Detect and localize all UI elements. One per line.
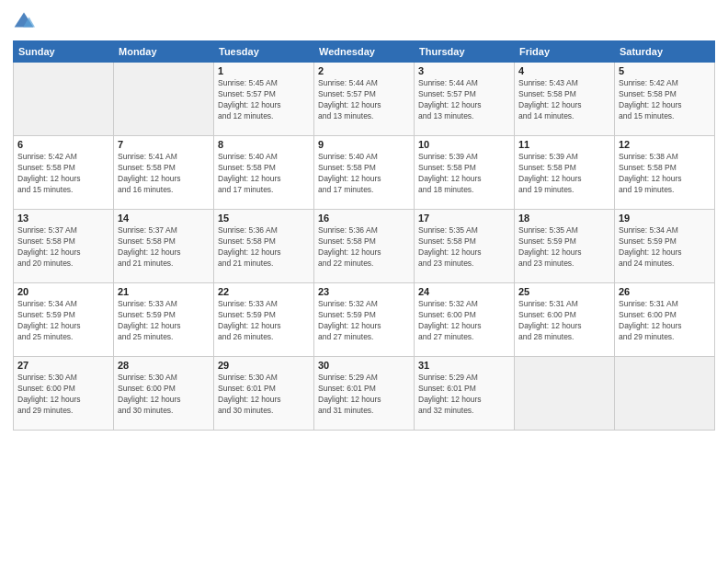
day-number: 29 (218, 360, 310, 371)
calendar-day-cell: 9Sunrise: 5:40 AMSunset: 5:58 PMDaylight… (314, 136, 415, 210)
day-number: 10 (418, 139, 510, 150)
day-number: 18 (518, 213, 610, 224)
day-detail: Sunrise: 5:44 AMSunset: 5:57 PMDaylight:… (418, 78, 510, 122)
day-number: 8 (218, 139, 310, 150)
calendar-day-cell: 16Sunrise: 5:36 AMSunset: 5:58 PMDayligh… (314, 210, 415, 283)
day-number: 31 (418, 360, 510, 371)
calendar-day-cell: 27Sunrise: 5:30 AMSunset: 6:00 PMDayligh… (14, 357, 114, 431)
page: SundayMondayTuesdayWednesdayThursdayFrid… (0, 0, 728, 563)
calendar-day-cell: 4Sunrise: 5:43 AMSunset: 5:58 PMDaylight… (515, 63, 615, 136)
calendar-day-cell: 26Sunrise: 5:31 AMSunset: 6:00 PMDayligh… (615, 283, 715, 357)
calendar-day-cell (515, 357, 615, 431)
calendar-day-cell: 13Sunrise: 5:37 AMSunset: 5:58 PMDayligh… (14, 210, 114, 283)
calendar-day-cell: 15Sunrise: 5:36 AMSunset: 5:58 PMDayligh… (214, 210, 314, 283)
day-detail: Sunrise: 5:32 AMSunset: 6:00 PMDaylight:… (418, 299, 510, 343)
calendar-week-row: 1Sunrise: 5:45 AMSunset: 5:57 PMDaylight… (14, 63, 715, 136)
day-detail: Sunrise: 5:33 AMSunset: 5:59 PMDaylight:… (118, 299, 210, 343)
day-detail: Sunrise: 5:43 AMSunset: 5:58 PMDaylight:… (518, 78, 610, 122)
day-number: 25 (518, 286, 610, 297)
calendar-day-cell: 5Sunrise: 5:42 AMSunset: 5:58 PMDaylight… (615, 63, 715, 136)
day-number: 13 (17, 213, 109, 224)
day-detail: Sunrise: 5:40 AMSunset: 5:58 PMDaylight:… (218, 152, 310, 196)
day-number: 22 (218, 286, 310, 297)
day-number: 4 (518, 65, 610, 76)
day-detail: Sunrise: 5:36 AMSunset: 5:58 PMDaylight:… (218, 225, 310, 270)
weekday-header-cell: Monday (114, 41, 214, 63)
weekday-header: SundayMondayTuesdayWednesdayThursdayFrid… (14, 41, 715, 63)
calendar-week-row: 6Sunrise: 5:42 AMSunset: 5:58 PMDaylight… (14, 136, 715, 210)
day-number: 20 (17, 286, 109, 297)
calendar-day-cell: 10Sunrise: 5:39 AMSunset: 5:58 PMDayligh… (415, 136, 515, 210)
day-number: 27 (17, 360, 109, 371)
day-detail: Sunrise: 5:39 AMSunset: 5:58 PMDaylight:… (518, 152, 610, 196)
day-detail: Sunrise: 5:32 AMSunset: 5:59 PMDaylight:… (318, 299, 410, 343)
weekday-header-cell: Sunday (14, 41, 114, 63)
day-number: 5 (619, 65, 711, 76)
calendar-week-row: 27Sunrise: 5:30 AMSunset: 6:00 PMDayligh… (14, 357, 715, 431)
calendar-week-row: 20Sunrise: 5:34 AMSunset: 5:59 PMDayligh… (14, 283, 715, 357)
day-number: 1 (218, 65, 310, 76)
weekday-header-cell: Wednesday (314, 41, 415, 63)
calendar-day-cell (615, 357, 715, 431)
calendar-day-cell: 31Sunrise: 5:29 AMSunset: 6:01 PMDayligh… (415, 357, 515, 431)
day-detail: Sunrise: 5:30 AMSunset: 6:00 PMDaylight:… (118, 373, 210, 417)
day-number: 9 (318, 139, 410, 150)
calendar-day-cell: 18Sunrise: 5:35 AMSunset: 5:59 PMDayligh… (515, 210, 615, 283)
calendar-day-cell: 7Sunrise: 5:41 AMSunset: 5:58 PMDaylight… (114, 136, 214, 210)
calendar-day-cell: 25Sunrise: 5:31 AMSunset: 6:00 PMDayligh… (515, 283, 615, 357)
day-number: 30 (318, 360, 410, 371)
day-detail: Sunrise: 5:29 AMSunset: 6:01 PMDaylight:… (318, 373, 410, 417)
day-number: 2 (318, 65, 410, 76)
day-number: 6 (17, 139, 109, 150)
calendar-day-cell: 21Sunrise: 5:33 AMSunset: 5:59 PMDayligh… (114, 283, 214, 357)
day-detail: Sunrise: 5:29 AMSunset: 6:01 PMDaylight:… (418, 373, 510, 417)
day-detail: Sunrise: 5:42 AMSunset: 5:58 PMDaylight:… (619, 78, 711, 122)
weekday-header-cell: Saturday (615, 41, 715, 63)
calendar-day-cell: 24Sunrise: 5:32 AMSunset: 6:00 PMDayligh… (415, 283, 515, 357)
day-detail: Sunrise: 5:34 AMSunset: 5:59 PMDaylight:… (17, 299, 109, 343)
calendar-day-cell: 1Sunrise: 5:45 AMSunset: 5:57 PMDaylight… (214, 63, 314, 136)
calendar-day-cell: 12Sunrise: 5:38 AMSunset: 5:58 PMDayligh… (615, 136, 715, 210)
day-number: 7 (118, 139, 210, 150)
day-detail: Sunrise: 5:37 AMSunset: 5:58 PMDaylight:… (17, 225, 109, 270)
calendar-day-cell: 8Sunrise: 5:40 AMSunset: 5:58 PMDaylight… (214, 136, 314, 210)
weekday-header-cell: Friday (515, 41, 615, 63)
day-detail: Sunrise: 5:39 AMSunset: 5:58 PMDaylight:… (418, 152, 510, 196)
calendar-day-cell: 23Sunrise: 5:32 AMSunset: 5:59 PMDayligh… (314, 283, 415, 357)
day-detail: Sunrise: 5:40 AMSunset: 5:58 PMDaylight:… (318, 152, 410, 196)
day-detail: Sunrise: 5:30 AMSunset: 6:01 PMDaylight:… (218, 373, 310, 417)
day-number: 15 (218, 213, 310, 224)
calendar-body: 1Sunrise: 5:45 AMSunset: 5:57 PMDaylight… (14, 63, 715, 431)
weekday-header-cell: Thursday (415, 41, 515, 63)
logo (13, 11, 39, 33)
day-detail: Sunrise: 5:31 AMSunset: 6:00 PMDaylight:… (518, 299, 610, 343)
day-number: 23 (318, 286, 410, 297)
calendar-day-cell: 22Sunrise: 5:33 AMSunset: 5:59 PMDayligh… (214, 283, 314, 357)
calendar-day-cell: 29Sunrise: 5:30 AMSunset: 6:01 PMDayligh… (214, 357, 314, 431)
day-number: 16 (318, 213, 410, 224)
calendar-day-cell: 3Sunrise: 5:44 AMSunset: 5:57 PMDaylight… (415, 63, 515, 136)
logo-icon (13, 11, 35, 33)
day-number: 21 (118, 286, 210, 297)
calendar-day-cell: 20Sunrise: 5:34 AMSunset: 5:59 PMDayligh… (14, 283, 114, 357)
day-number: 11 (518, 139, 610, 150)
day-number: 17 (418, 213, 510, 224)
calendar-day-cell: 6Sunrise: 5:42 AMSunset: 5:58 PMDaylight… (14, 136, 114, 210)
calendar-day-cell: 17Sunrise: 5:35 AMSunset: 5:58 PMDayligh… (415, 210, 515, 283)
day-detail: Sunrise: 5:44 AMSunset: 5:57 PMDaylight:… (318, 78, 410, 122)
header (13, 11, 715, 33)
calendar-table: SundayMondayTuesdayWednesdayThursdayFrid… (13, 40, 715, 431)
calendar-day-cell (14, 63, 114, 136)
weekday-header-cell: Tuesday (214, 41, 314, 63)
calendar-day-cell: 14Sunrise: 5:37 AMSunset: 5:58 PMDayligh… (114, 210, 214, 283)
calendar-day-cell (114, 63, 214, 136)
day-number: 19 (619, 213, 711, 224)
day-detail: Sunrise: 5:30 AMSunset: 6:00 PMDaylight:… (17, 373, 109, 417)
day-detail: Sunrise: 5:45 AMSunset: 5:57 PMDaylight:… (218, 78, 310, 122)
day-detail: Sunrise: 5:37 AMSunset: 5:58 PMDaylight:… (118, 225, 210, 270)
day-detail: Sunrise: 5:31 AMSunset: 6:00 PMDaylight:… (619, 299, 711, 343)
calendar-week-row: 13Sunrise: 5:37 AMSunset: 5:58 PMDayligh… (14, 210, 715, 283)
day-number: 24 (418, 286, 510, 297)
day-detail: Sunrise: 5:38 AMSunset: 5:58 PMDaylight:… (619, 152, 711, 196)
day-detail: Sunrise: 5:35 AMSunset: 5:58 PMDaylight:… (418, 225, 510, 270)
